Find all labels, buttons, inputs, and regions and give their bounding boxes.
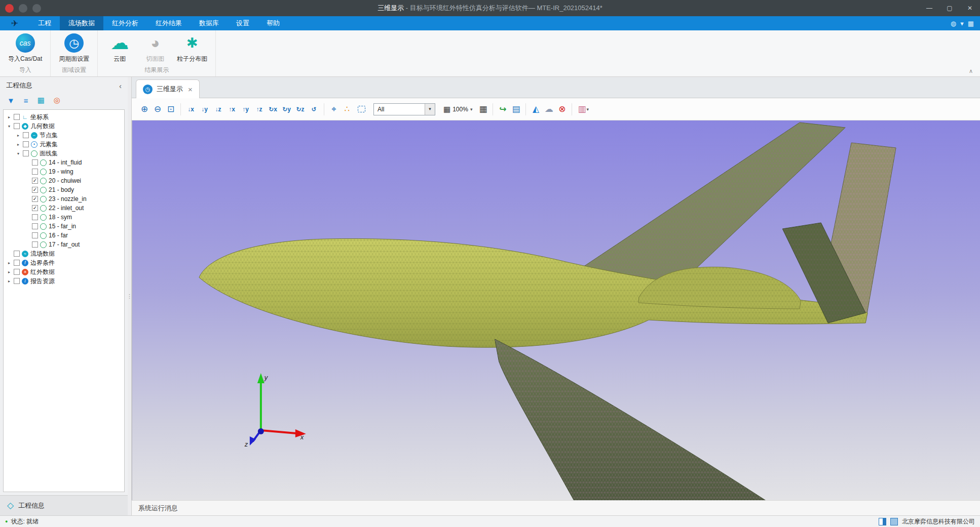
view-y-down-icon[interactable]: ↓y <box>198 102 211 116</box>
tree-item-ir-data[interactable]: ▸ ☀ 红外数据 <box>4 267 124 276</box>
menu-item-ir-results[interactable]: 红外结果 <box>147 16 191 30</box>
checkbox[interactable] <box>14 114 20 120</box>
contour-map-button[interactable]: ☁ 云图 <box>106 33 133 63</box>
snapshot-icon[interactable]: ▤ <box>509 102 522 116</box>
tree-item-far[interactable]: 16 - far <box>4 231 124 240</box>
expand-arrow-icon[interactable]: ▸ <box>7 261 12 265</box>
checkbox[interactable] <box>32 223 38 229</box>
view-y-up-icon[interactable]: ↑y <box>239 102 252 116</box>
viewport-3d-canvas[interactable]: x y z <box>132 120 980 500</box>
tree-item-inlet-out[interactable]: ✓ 22 - inlet_out <box>4 204 124 213</box>
view-x-down-icon[interactable]: ↓x <box>184 102 198 116</box>
grid-icon[interactable]: ▦ <box>37 96 45 105</box>
menu-item-database[interactable]: 数据库 <box>191 16 228 30</box>
tree-item-boundary-conditions[interactable]: ▸ f 边界条件 <box>4 258 124 267</box>
checkbox[interactable] <box>14 260 20 266</box>
rotate-free-icon[interactable]: ↺ <box>307 102 321 116</box>
panel-collapse-icon[interactable]: ‹ <box>119 82 122 90</box>
checkbox[interactable] <box>32 232 38 238</box>
zoom-out-icon[interactable]: ⊖ <box>151 102 164 116</box>
molecule-icon[interactable]: ∴ <box>341 102 354 116</box>
expand-arrow-icon[interactable]: ▸ <box>16 133 21 138</box>
maximize-button[interactable]: ▢ <box>939 0 960 16</box>
rotate-z-icon[interactable]: ↻z <box>293 102 307 116</box>
account-icon[interactable]: ◍ <box>951 20 956 27</box>
tree-item-int-fluid[interactable]: 14 - int_fluid <box>4 158 124 167</box>
checkbox[interactable] <box>32 214 38 220</box>
menu-item-help[interactable]: 帮助 <box>258 16 288 30</box>
tree-item-wing[interactable]: 19 - wing <box>4 167 124 176</box>
chevron-down-icon[interactable]: ▾ <box>960 20 964 27</box>
checkbox[interactable] <box>32 159 38 166</box>
tab-3d-display[interactable]: ◷ 三维显示 × <box>136 79 200 98</box>
checkbox[interactable]: ✓ <box>32 196 38 202</box>
tray-icon[interactable] <box>890 518 898 525</box>
expand-arrow-icon[interactable]: ▸ <box>16 142 21 147</box>
particle-distribution-button[interactable]: ✱ 粒子分布图 <box>177 33 207 63</box>
checkbox[interactable]: ✓ <box>32 187 38 193</box>
tree-item-geometry-data[interactable]: ▾ ◆ 几何数据 <box>4 121 124 131</box>
cancel-icon[interactable]: ⊗ <box>555 102 569 116</box>
tray-icon[interactable] <box>879 518 886 525</box>
chevron-down-icon[interactable]: ▾ <box>586 107 589 112</box>
expand-arrow-icon[interactable]: ▸ <box>7 270 12 274</box>
viewport-3d[interactable]: x y z <box>132 120 980 500</box>
expand-arrow-icon[interactable]: ▾ <box>7 124 12 129</box>
list-icon[interactable]: ≡ <box>24 96 28 105</box>
menu-item-settings[interactable]: 设置 <box>228 16 258 30</box>
target-icon[interactable]: ◎ <box>54 96 60 105</box>
expand-arrow-icon[interactable]: ▸ <box>7 279 12 283</box>
checkbox[interactable] <box>23 150 29 156</box>
checkbox[interactable]: ✓ <box>32 205 38 211</box>
shade-icon[interactable]: ☁ <box>542 102 555 116</box>
tree-item-chuiwei[interactable]: ✓ 20 - chuiwei <box>4 176 124 185</box>
filter-icon[interactable]: ▼ <box>7 96 15 105</box>
box-select-icon[interactable] <box>358 106 365 112</box>
zoom-in-icon[interactable]: ⊕ <box>138 102 151 116</box>
tree-item-sym[interactable]: 18 - sym <box>4 213 124 222</box>
view-z-down-icon[interactable]: ↓z <box>211 102 225 116</box>
tab-close-icon[interactable]: × <box>187 85 193 94</box>
display-filter-combobox[interactable]: All ▼ <box>373 103 435 115</box>
zoom-level-select[interactable]: ▦ 100% ▾ <box>439 105 476 114</box>
tree-item-body[interactable]: ✓ 21 - body <box>4 185 124 194</box>
periodic-face-settings-button[interactable]: ◷ 周期面设置 <box>59 33 89 63</box>
tree-item-nozzle-in[interactable]: ✓ 23 - nozzle_in <box>4 194 124 204</box>
minimize-button[interactable]: — <box>919 0 939 16</box>
expand-arrow-icon[interactable]: ▸ <box>7 115 12 119</box>
rotate-y-icon[interactable]: ↻y <box>280 102 293 116</box>
checkbox[interactable] <box>14 251 20 257</box>
tree-item-node-set[interactable]: ▸ − 节点集 <box>4 131 124 140</box>
menu-item-ir-analysis[interactable]: 红外分析 <box>103 16 147 30</box>
close-button[interactable]: ✕ <box>960 0 980 16</box>
locate-icon[interactable]: ⌖ <box>327 102 341 116</box>
tree-item-far-out[interactable]: 17 - far_out <box>4 240 124 249</box>
checkbox[interactable] <box>23 132 29 138</box>
ribbon-collapse-button[interactable]: ∧ <box>969 68 973 74</box>
tree-item-coordinate-system[interactable]: ▸ ∟ 坐标系 <box>4 112 124 121</box>
combobox-arrow-icon[interactable]: ▼ <box>425 104 435 115</box>
menu-item-flow-data[interactable]: 流场数据 <box>60 16 103 30</box>
zoom-window-icon[interactable]: ⊡ <box>164 102 177 116</box>
checkbox[interactable] <box>32 241 38 248</box>
tree-item-face-set[interactable]: ▾ 面线集 <box>4 149 124 158</box>
checkbox[interactable] <box>23 141 29 147</box>
checkbox[interactable] <box>14 123 20 129</box>
apps-grid-icon[interactable]: ▦ <box>968 20 974 27</box>
mirror-icon[interactable]: ◭ <box>529 102 542 116</box>
panel-splitter[interactable]: ⋮ <box>128 77 132 515</box>
menu-item-project[interactable]: 工程 <box>29 16 60 30</box>
slice-map-button[interactable]: ◕ 切面图 <box>141 33 169 63</box>
checkbox[interactable] <box>14 269 20 275</box>
expand-arrow-icon[interactable]: ▾ <box>16 151 21 156</box>
checkbox[interactable] <box>14 278 20 284</box>
checkbox[interactable] <box>32 169 38 175</box>
import-cas-dat-button[interactable]: cas 导入Cas/Dat <box>8 33 42 63</box>
view-x-up-icon[interactable]: ↑x <box>225 102 239 116</box>
project-info-bottom-bar[interactable]: ◇ 工程信息 <box>0 495 128 515</box>
tree-item-report-resources[interactable]: ▸ i 报告资源 <box>4 276 124 286</box>
grid-toggle-icon[interactable]: ▦ <box>476 102 489 116</box>
tree-item-far-in[interactable]: 15 - far_in <box>4 222 124 231</box>
view-z-up-icon[interactable]: ↑z <box>252 102 266 116</box>
checkbox[interactable]: ✓ <box>32 178 38 184</box>
